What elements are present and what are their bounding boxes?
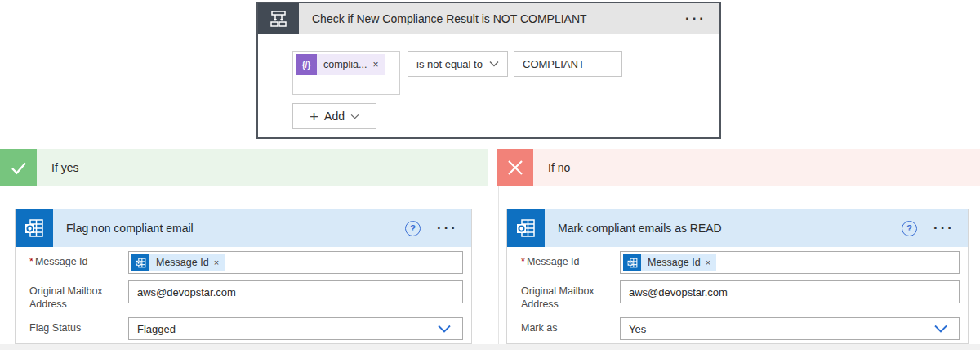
mark-as-label: Mark as (521, 317, 620, 340)
mark-read-card-header[interactable]: Mark compliant emails as READ ? ··· (507, 209, 968, 247)
flag-email-card-body: *Message Id Message Id × Original Mailb (16, 247, 471, 340)
condition-more-menu[interactable]: ··· (685, 11, 706, 27)
flag-email-card-title: Flag non compliant email (66, 222, 194, 235)
page-background-strip (0, 344, 980, 350)
message-id-token[interactable]: Message Id × (623, 254, 716, 271)
mark-as-row: Mark as Yes (521, 317, 960, 340)
chevron-down-icon (934, 325, 947, 333)
token-close-icon[interactable]: × (212, 258, 225, 267)
token-close-icon[interactable]: × (704, 258, 716, 267)
mailbox-address-input[interactable]: aws@devopstar.com (128, 280, 463, 303)
mark-read-more-menu[interactable]: ··· (933, 220, 955, 236)
mailbox-address-value: aws@devopstar.com (629, 286, 728, 298)
expression-token[interactable]: {/} complia... × (296, 54, 385, 75)
flag-email-card-header[interactable]: Flag non compliant email ? ··· (16, 209, 471, 247)
expression-token-close-icon[interactable]: × (372, 60, 385, 70)
mailbox-address-input[interactable]: aws@devopstar.com (620, 280, 960, 303)
message-id-label: *Message Id (29, 251, 128, 274)
condition-operand-input[interactable]: {/} complia... × (292, 51, 400, 95)
message-id-token[interactable]: Message Id × (131, 254, 225, 271)
flag-status-row: Flag Status Flagged (29, 317, 463, 340)
mailbox-address-row: Original Mailbox Address aws@devopstar.c… (29, 280, 463, 311)
expression-icon: {/} (296, 54, 317, 75)
outlook-icon (131, 254, 149, 271)
if-no-branch-border (498, 186, 499, 350)
help-icon[interactable]: ? (902, 221, 917, 236)
add-button-label: Add (324, 110, 345, 123)
condition-operator-value: is not equal to (416, 58, 483, 70)
outlook-icon (514, 217, 537, 240)
mark-read-card-title: Mark compliant emails as READ (558, 222, 722, 235)
expression-token-label: complia... (317, 59, 372, 70)
mailbox-address-value: aws@devopstar.com (137, 286, 236, 298)
mailbox-address-row: Original Mailbox Address aws@devopstar.c… (521, 280, 960, 311)
required-mark: * (521, 256, 525, 267)
condition-title: Check if New Compliance Result is NOT CO… (312, 12, 587, 25)
if-yes-branch-border (2, 186, 2, 350)
outlook-icon (23, 217, 46, 240)
mailbox-address-label: Original Mailbox Address (29, 280, 128, 311)
flag-email-more-menu[interactable]: ··· (437, 220, 458, 236)
if-no-branch-header: If no (497, 149, 980, 186)
flag-status-value: Flagged (137, 323, 176, 335)
mark-read-action-card[interactable]: Mark compliant emails as READ ? ··· *Mes… (506, 209, 969, 344)
chevron-down-icon (489, 61, 499, 67)
flag-email-action-card[interactable]: Flag non compliant email ? ··· *Message … (15, 209, 472, 344)
condition-icon (268, 8, 289, 29)
message-id-token-label: Message Id (149, 257, 212, 268)
if-yes-check-icon (0, 149, 37, 186)
condition-body: {/} complia... × is not equal to COMPLIA… (258, 34, 719, 139)
condition-value-input[interactable]: COMPLIANT (514, 51, 622, 77)
outlook-icon (623, 254, 641, 271)
message-id-input[interactable]: Message Id × (620, 251, 960, 274)
condition-value-text: COMPLIANT (523, 58, 585, 70)
add-condition-button[interactable]: + Add (292, 103, 376, 129)
condition-icon-box (258, 3, 299, 34)
message-id-row: *Message Id Message Id × (521, 251, 960, 274)
if-no-cross-icon (497, 149, 533, 186)
message-id-input[interactable]: Message Id × (128, 251, 463, 274)
if-no-label: If no (548, 161, 570, 174)
condition-operator-select[interactable]: is not equal to (408, 51, 508, 77)
mailbox-address-label: Original Mailbox Address (521, 280, 620, 311)
outlook-icon-box (507, 209, 545, 247)
plus-icon: + (310, 109, 318, 124)
flag-status-dropdown[interactable]: Flagged (128, 317, 463, 340)
chevron-down-icon (438, 325, 451, 333)
if-yes-label: If yes (51, 161, 78, 174)
mark-as-value: Yes (629, 323, 646, 335)
mark-read-card-body: *Message Id Message Id × Original Mailb (507, 247, 968, 340)
help-icon[interactable]: ? (405, 221, 421, 236)
message-id-token-label: Message Id (641, 257, 704, 268)
message-id-row: *Message Id Message Id × (29, 251, 463, 274)
condition-card[interactable]: Check if New Compliance Result is NOT CO… (256, 2, 721, 139)
mark-as-dropdown[interactable]: Yes (620, 317, 960, 340)
outlook-icon-box (16, 209, 53, 247)
chevron-down-icon (350, 114, 359, 119)
message-id-label: *Message Id (521, 251, 620, 274)
if-yes-branch-header: If yes (0, 149, 488, 186)
required-mark: * (29, 256, 33, 267)
condition-card-header[interactable]: Check if New Compliance Result is NOT CO… (258, 3, 719, 34)
flag-status-label: Flag Status (29, 317, 128, 340)
